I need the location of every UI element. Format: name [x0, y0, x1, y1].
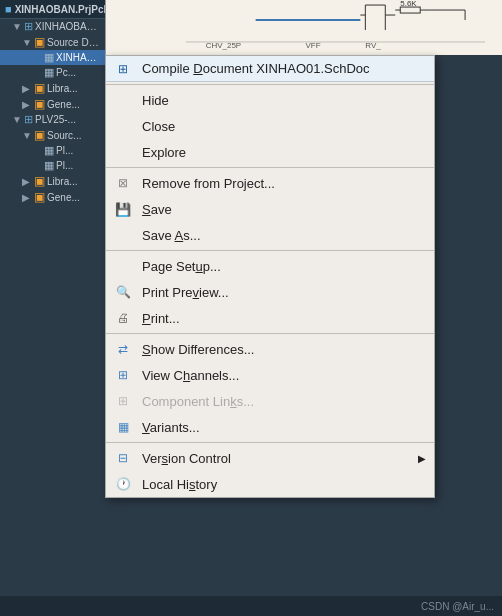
folder-icon: ▣ — [34, 97, 45, 111]
show-diffs-icon: ⇄ — [112, 338, 134, 360]
menu-item-hide[interactable]: Hide — [106, 87, 434, 113]
schematic-background: 5.6K CHV_25P VFF RV_ — [105, 0, 502, 55]
menu-item-print[interactable]: 🖨 Print... — [106, 305, 434, 331]
menu-item-view-channels[interactable]: ⊞ View Channels... — [106, 362, 434, 388]
view-channels-icon: ⊞ — [112, 364, 134, 386]
remove-icon: ⊠ — [112, 172, 134, 194]
expand-icon: ▼ — [22, 130, 32, 141]
context-menu: ⊞ Compile Document XINHAO01.SchDoc Hide … — [105, 55, 435, 498]
version-control-icon: ⊟ — [112, 447, 134, 469]
expand-icon: ▶ — [22, 83, 32, 94]
explore-icon — [112, 141, 134, 163]
svg-text:VFF: VFF — [305, 41, 320, 50]
tree-item-libraries2[interactable]: ▶ ▣ Libra... — [0, 173, 105, 189]
menu-item-component-links[interactable]: ⊞ Component Links... — [106, 388, 434, 414]
expand-icon: ▼ — [22, 37, 32, 48]
tree-item-label: Gene... — [47, 99, 80, 110]
tree-item-label: Libra... — [47, 83, 78, 94]
menu-item-label: Close — [142, 119, 424, 134]
folder-icon: ▣ — [34, 81, 45, 95]
svg-text:RV_: RV_ — [365, 41, 381, 50]
tree-item-pl1[interactable]: ▦ Pl... — [0, 143, 105, 158]
status-text: CSDN @Air_u... — [421, 601, 494, 612]
menu-item-show-diffs[interactable]: ⇄ Show Differences... — [106, 336, 434, 362]
menu-item-label: Version Control — [142, 451, 424, 466]
menu-item-label: Variants... — [142, 420, 424, 435]
tree-item-generated[interactable]: ▶ ▣ Gene... — [0, 96, 105, 112]
tree-title-icon: ■ — [5, 3, 12, 15]
tree-item-source-docs[interactable]: ▼ ▣ Source Documents — [0, 34, 105, 50]
folder-icon: ▣ — [34, 35, 45, 49]
menu-item-label: Page Setup... — [142, 259, 424, 274]
tree-item-label: XINHAOO1.S... — [56, 52, 101, 63]
tree-item-xinhao-sch[interactable]: ▦ XINHAOO1.S... — [0, 50, 105, 65]
menu-item-remove[interactable]: ⊠ Remove from Project... — [106, 170, 434, 196]
file-icon: ▦ — [44, 159, 54, 172]
menu-separator — [106, 333, 434, 334]
menu-item-label: Local History — [142, 477, 424, 492]
menu-item-print-preview[interactable]: 🔍 Print Preview... — [106, 279, 434, 305]
menu-item-label: Remove from Project... — [142, 176, 424, 191]
page-setup-icon — [112, 255, 134, 277]
tree-item-label: Pc... — [56, 67, 76, 78]
tree-item-generated2[interactable]: ▶ ▣ Gene... — [0, 189, 105, 205]
menu-item-label: Hide — [142, 93, 424, 108]
menu-item-label: Print... — [142, 311, 424, 326]
folder-icon: ▣ — [34, 128, 45, 142]
menu-item-local-history[interactable]: 🕐 Local History — [106, 471, 434, 497]
status-bar: CSDN @Air_u... — [0, 596, 502, 616]
menu-item-version-control[interactable]: ⊟ Version Control — [106, 445, 434, 471]
expand-icon: ▶ — [22, 192, 32, 203]
close-icon — [112, 115, 134, 137]
expand-icon: ▼ — [12, 114, 22, 125]
project-tree: ■ XINHAOBAN.PrjPcb ▼ ⊞ XINHAOBAN.PrjPcb … — [0, 0, 105, 616]
folder-icon: ▣ — [34, 190, 45, 204]
menu-item-page-setup[interactable]: Page Setup... — [106, 253, 434, 279]
tree-item-pl2[interactable]: ▦ Pl... — [0, 158, 105, 173]
hide-icon — [112, 89, 134, 111]
print-icon: 🖨 — [112, 307, 134, 329]
compile-icon: ⊞ — [112, 58, 134, 80]
menu-item-label: Print Preview... — [142, 285, 424, 300]
menu-item-label: Save — [142, 202, 424, 217]
expand-icon: ▶ — [22, 176, 32, 187]
tree-item-plv25[interactable]: ▼ ⊞ PLV25-... — [0, 112, 105, 127]
save-as-icon — [112, 224, 134, 246]
tree-item-pcb[interactable]: ▦ Pc... — [0, 65, 105, 80]
menu-item-label: Component Links... — [142, 394, 424, 409]
menu-item-label: View Channels... — [142, 368, 424, 383]
menu-item-close[interactable]: Close — [106, 113, 434, 139]
expand-icon: ▶ — [22, 99, 32, 110]
svg-text:5.6K: 5.6K — [400, 0, 417, 8]
chip-icon: ⊞ — [24, 113, 33, 126]
tree-item-label: PLV25-... — [35, 114, 76, 125]
menu-separator — [106, 167, 434, 168]
tree-title: ■ XINHAOBAN.PrjPcb — [0, 0, 105, 19]
tree-item-source-docs2[interactable]: ▼ ▣ Sourc... — [0, 127, 105, 143]
local-history-icon: 🕐 — [112, 473, 134, 495]
folder-icon: ▣ — [34, 174, 45, 188]
variants-icon: ▦ — [112, 416, 134, 438]
pcb-icon: ▦ — [44, 66, 54, 79]
tree-item-label: Gene... — [47, 192, 80, 203]
file-icon: ▦ — [44, 144, 54, 157]
menu-item-label: Explore — [142, 145, 424, 160]
menu-item-compile[interactable]: ⊞ Compile Document XINHAO01.SchDoc — [106, 56, 434, 82]
menu-item-save-as[interactable]: Save As... — [106, 222, 434, 248]
tree-item-label: Pl... — [56, 145, 73, 156]
tree-item-label: Libra... — [47, 176, 78, 187]
tree-item-label: XINHAOBAN.PrjPcb — [35, 21, 101, 32]
tree-item-root[interactable]: ▼ ⊞ XINHAOBAN.PrjPcb — [0, 19, 105, 34]
save-icon: 💾 — [112, 198, 134, 220]
tree-item-label: Sourc... — [47, 130, 81, 141]
tree-title-label: XINHAOBAN.PrjPcb — [15, 4, 105, 15]
print-preview-icon: 🔍 — [112, 281, 134, 303]
menu-item-label: Save As... — [142, 228, 424, 243]
expand-icon: ▼ — [12, 21, 22, 32]
menu-item-variants[interactable]: ▦ Variants... — [106, 414, 434, 440]
menu-item-save[interactable]: 💾 Save — [106, 196, 434, 222]
tree-item-label: Source Documents — [47, 37, 101, 48]
tree-item-libraries[interactable]: ▶ ▣ Libra... — [0, 80, 105, 96]
menu-item-label: Show Differences... — [142, 342, 424, 357]
menu-item-explore[interactable]: Explore — [106, 139, 434, 165]
